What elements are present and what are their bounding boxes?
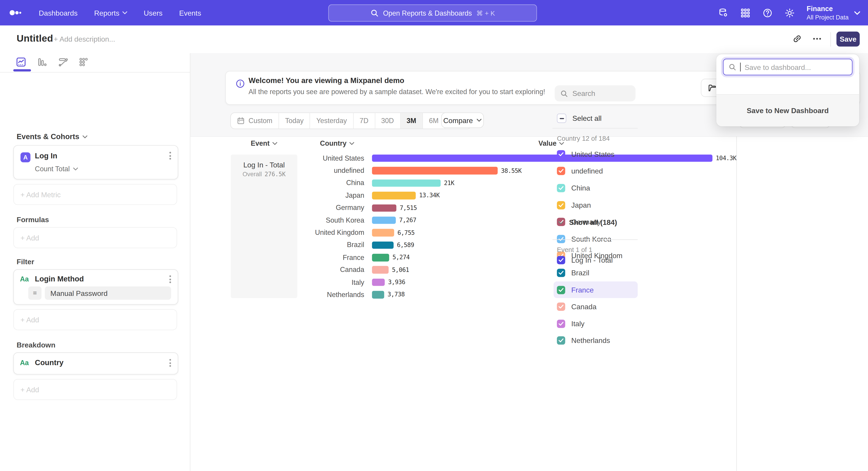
- country-checkbox-row[interactable]: Netherlands: [554, 332, 638, 349]
- country-checkbox-row[interactable]: Brazil: [554, 264, 638, 282]
- bar[interactable]: [372, 278, 385, 286]
- range-30d[interactable]: 30D: [375, 113, 401, 129]
- bar-row[interactable]: undefined 38.55K: [299, 165, 736, 177]
- column-header-event[interactable]: Event: [231, 140, 297, 147]
- country-checkbox[interactable]: [557, 201, 565, 209]
- country-checkbox[interactable]: [557, 150, 565, 158]
- bar[interactable]: [372, 179, 441, 187]
- metric-aggregation[interactable]: Count Total: [35, 165, 78, 173]
- bar-row[interactable]: South Korea 7,267: [299, 214, 736, 227]
- bar[interactable]: [372, 266, 389, 274]
- bar-row[interactable]: Brazil 6,589: [299, 239, 736, 251]
- bar-value: 21K: [444, 179, 454, 187]
- bar[interactable]: [372, 254, 389, 261]
- metric-card[interactable]: A Log In Count Total: [13, 145, 178, 180]
- column-header-country[interactable]: Country: [310, 140, 364, 147]
- nav-item-events[interactable]: Events: [179, 8, 201, 17]
- copy-link-icon[interactable]: [792, 33, 803, 45]
- bar-row[interactable]: United Kingdom 6,755: [299, 227, 736, 239]
- apps-grid-icon[interactable]: [740, 7, 751, 18]
- bar-row[interactable]: United States 104.3K: [299, 152, 736, 165]
- range-yesterday[interactable]: Yesterday: [310, 113, 353, 129]
- bar-row[interactable]: Italy 3,936: [299, 276, 736, 289]
- add-breakdown-button[interactable]: + Add: [13, 379, 177, 400]
- event-checkbox-row[interactable]: Log In - Total: [557, 256, 613, 264]
- event-checkbox[interactable]: [557, 256, 565, 264]
- data-management-icon[interactable]: [718, 7, 729, 18]
- filter-card[interactable]: Aa Login Method = Manual Password: [13, 269, 178, 305]
- tab-flows[interactable]: [58, 57, 68, 67]
- breakdown-kebab-menu-icon[interactable]: [169, 359, 171, 367]
- country-checkbox-row[interactable]: China: [554, 180, 638, 197]
- country-checkbox[interactable]: [557, 286, 565, 294]
- bar-row[interactable]: France 5,274: [299, 251, 736, 264]
- bar[interactable]: [372, 154, 712, 162]
- bar-row[interactable]: Canada 5,061: [299, 264, 736, 276]
- report-title[interactable]: Untitled: [17, 33, 53, 44]
- country-checkbox-row[interactable]: South Korea: [554, 231, 638, 247]
- add-metric-button[interactable]: + Add Metric: [13, 184, 177, 205]
- breakdown-card[interactable]: Aa Country: [13, 352, 178, 375]
- bar[interactable]: [372, 192, 416, 199]
- tab-insights[interactable]: [16, 57, 26, 67]
- filter-value[interactable]: Manual Password: [45, 286, 171, 300]
- country-checkbox[interactable]: [557, 303, 565, 311]
- add-formula-button[interactable]: + Add: [13, 227, 177, 248]
- country-checkbox-row[interactable]: France: [554, 282, 638, 298]
- range-custom[interactable]: Custom: [231, 113, 279, 129]
- bar[interactable]: [372, 167, 498, 174]
- more-options-icon[interactable]: [811, 33, 823, 45]
- bar-row[interactable]: Netherlands 3,738: [299, 289, 736, 301]
- compare-button[interactable]: Compare: [441, 112, 484, 128]
- settings-gear-icon[interactable]: [784, 7, 795, 18]
- bar[interactable]: [372, 204, 397, 211]
- mixpanel-logo-icon[interactable]: [9, 8, 23, 17]
- nav-item-dashboards[interactable]: Dashboards: [39, 8, 78, 17]
- range-7d[interactable]: 7D: [353, 113, 375, 129]
- tab-funnels[interactable]: [37, 57, 47, 67]
- filter-kebab-menu-icon[interactable]: [169, 275, 171, 283]
- country-checkbox[interactable]: [557, 235, 565, 243]
- global-search-button[interactable]: Open Reports & Dashboards ⌘ + K: [328, 4, 537, 22]
- country-checkbox-row[interactable]: undefined: [554, 163, 638, 180]
- add-filter-button[interactable]: + Add: [13, 309, 177, 330]
- country-checkbox[interactable]: [557, 269, 565, 277]
- country-checkbox-row[interactable]: Canada: [554, 298, 638, 315]
- events-cohorts-header[interactable]: Events & Cohorts: [17, 133, 88, 141]
- show-all-toggle[interactable]: Show all (184): [558, 218, 617, 227]
- bar-row[interactable]: China 21K: [299, 177, 736, 189]
- filter-property-name[interactable]: Login Method: [35, 275, 84, 283]
- nav-item-reports[interactable]: Reports: [94, 8, 127, 17]
- report-description-placeholder[interactable]: + Add description...: [54, 35, 115, 43]
- bar[interactable]: [372, 241, 394, 249]
- project-switcher[interactable]: Finance All Project Data: [807, 5, 860, 21]
- event-summary-block[interactable]: Log In - Total Overall 276.5K: [231, 154, 297, 298]
- bar[interactable]: [372, 229, 394, 236]
- country-checkbox[interactable]: [557, 184, 565, 192]
- select-all-row[interactable]: Select all: [557, 114, 602, 123]
- bar-row[interactable]: Japan 13.34K: [299, 189, 736, 202]
- bar[interactable]: [372, 291, 384, 298]
- save-button[interactable]: Save: [836, 32, 860, 47]
- metric-kebab-menu-icon[interactable]: [169, 152, 171, 159]
- country-checkbox-row[interactable]: Italy: [554, 315, 638, 332]
- range-today[interactable]: Today: [279, 113, 310, 129]
- bar[interactable]: [372, 216, 396, 224]
- country-checkbox[interactable]: [557, 167, 565, 175]
- segment-search-input[interactable]: Search: [555, 85, 636, 101]
- filter-operator[interactable]: =: [28, 286, 41, 300]
- metric-event-name[interactable]: Log In: [35, 152, 57, 160]
- country-checkbox[interactable]: [557, 336, 565, 345]
- nav-item-users[interactable]: Users: [144, 8, 162, 17]
- help-icon[interactable]: [763, 7, 773, 18]
- range-3m-active[interactable]: 3M: [401, 113, 423, 129]
- country-checkbox-row[interactable]: United States: [554, 146, 638, 163]
- country-checkbox-row[interactable]: Japan: [554, 197, 638, 213]
- bar-row[interactable]: Germany 7,515: [299, 202, 736, 214]
- save-to-new-dashboard-button[interactable]: Save to New Dashboard: [716, 94, 859, 126]
- breakdown-property-name[interactable]: Country: [35, 358, 64, 367]
- select-all-checkbox-indeterminate[interactable]: [557, 114, 566, 123]
- save-to-dashboard-input[interactable]: Save to dashboard...: [723, 59, 852, 75]
- country-checkbox[interactable]: [557, 320, 565, 328]
- tab-retention[interactable]: [79, 57, 89, 67]
